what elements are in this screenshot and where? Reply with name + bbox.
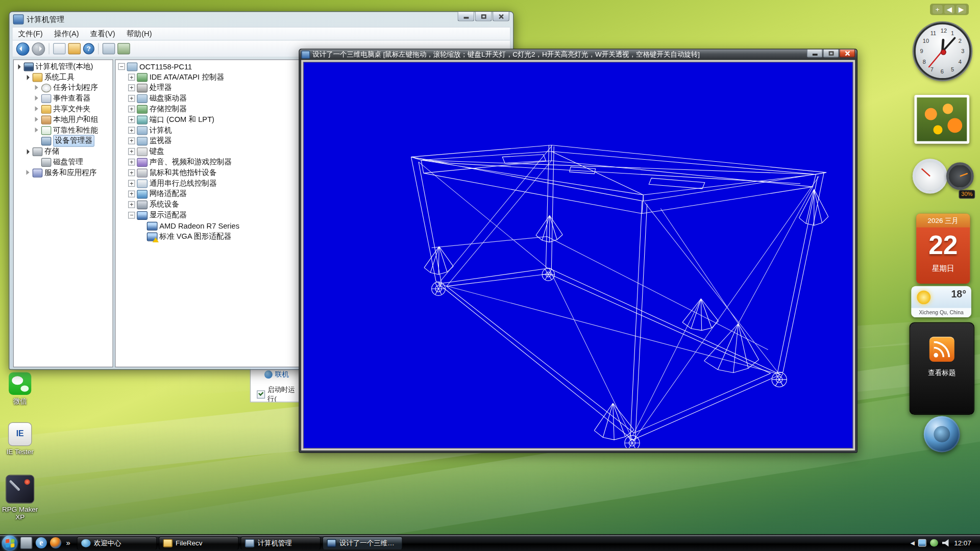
tree-item[interactable]: 共享文件夹 <box>14 104 112 114</box>
expand-plus-icon[interactable]: + <box>128 106 135 112</box>
expand-plus-icon[interactable]: + <box>128 201 135 208</box>
overflow-chevron-icon[interactable]: » <box>64 537 72 548</box>
expander-closed-icon[interactable] <box>34 106 39 112</box>
tree-item[interactable]: 设备管理器 <box>14 136 112 146</box>
calendar-gadget[interactable]: 2026 三月 22 星期日 <box>916 214 970 284</box>
task-scheduler-icon <box>41 83 52 92</box>
expander-closed-icon[interactable] <box>34 85 39 91</box>
minimize-button[interactable] <box>457 12 474 21</box>
expand-plus-icon[interactable]: + <box>128 159 135 165</box>
minimize-button[interactable] <box>807 49 823 58</box>
expander-closed-icon[interactable] <box>34 95 39 101</box>
expander-open-icon[interactable] <box>25 74 31 80</box>
console-window-icon[interactable] <box>103 43 115 54</box>
temperature: 18° <box>951 289 966 300</box>
next-page-button[interactable]: ▶ <box>956 5 966 14</box>
expander-open-icon[interactable] <box>16 64 22 69</box>
title-bar[interactable]: 计算机管理 <box>12 12 510 27</box>
monitor-icon <box>137 137 148 145</box>
start-button[interactable] <box>2 535 18 551</box>
taskbar-button[interactable]: FileRecv <box>159 536 239 549</box>
expand-plus-icon[interactable]: + <box>128 190 135 197</box>
photo-slideshow-gadget[interactable] <box>914 95 969 144</box>
taskbar-button[interactable]: 计算机管理 <box>240 536 321 549</box>
tree-item-label: 共享文件夹 <box>53 104 90 114</box>
volume-tray-icon[interactable] <box>942 539 950 547</box>
wireframe-desk-canvas[interactable] <box>303 62 853 448</box>
clock-gadget[interactable]: 123456789101112 <box>914 22 971 80</box>
taskbar-button-label: FileRecv <box>176 539 202 547</box>
media-sphere-gadget[interactable] <box>924 416 960 453</box>
run-at-startup-label: 启动时运行( <box>267 385 299 402</box>
collapse-minus-icon[interactable]: − <box>118 63 125 70</box>
clock-numeral: 11 <box>930 30 936 36</box>
system-tools-icon <box>33 73 43 82</box>
expand-plus-icon[interactable]: + <box>128 137 135 144</box>
desktop-icon-rpg-maker[interactable]: RPG Maker XP <box>0 475 40 520</box>
desktop-icon-label: 微信 <box>0 397 40 406</box>
tree-item[interactable]: 磁盘管理 <box>14 157 112 167</box>
menu-item[interactable]: 帮助(H) <box>121 27 158 40</box>
welcome-center-window-fragment[interactable]: 联机 启动时运行( <box>250 366 300 403</box>
system-tray: ◀ 12:07 <box>911 539 980 547</box>
show-desktop-icon[interactable] <box>20 537 32 549</box>
desktop-icon-wechat[interactable]: 微信 <box>0 372 40 406</box>
tree-item[interactable]: 事件查看器 <box>14 93 112 104</box>
add-gadget-button[interactable]: + <box>933 5 943 14</box>
expand-plus-icon[interactable]: + <box>128 148 135 155</box>
expander-open-icon[interactable] <box>25 148 31 154</box>
run-at-startup-checkbox[interactable] <box>257 390 265 398</box>
previous-page-button[interactable]: ◀ <box>944 5 954 14</box>
viewer-icon <box>327 539 336 547</box>
tree-item[interactable]: 存储 <box>14 146 112 157</box>
expand-plus-icon[interactable]: + <box>128 180 135 187</box>
tray-chevron-icon[interactable]: ◀ <box>911 540 915 546</box>
tree-item[interactable]: 系统工具 <box>14 72 112 83</box>
feed-gadget-label[interactable]: 查看标题 <box>910 368 974 377</box>
ram-gauge <box>946 162 974 190</box>
ie-icon[interactable]: e <box>36 537 47 548</box>
tree-item[interactable]: 可靠性和性能 <box>14 125 112 136</box>
expand-plus-icon[interactable]: + <box>128 84 135 91</box>
maximize-button[interactable] <box>475 12 492 21</box>
back-icon[interactable] <box>16 42 30 56</box>
forward-icon[interactable] <box>32 42 45 56</box>
cpu-meter-gadget[interactable]: 30% <box>911 158 975 199</box>
help-icon[interactable]: ? <box>83 43 94 54</box>
expand-plus-icon[interactable]: + <box>128 169 135 176</box>
expand-plus-icon[interactable]: + <box>128 127 135 134</box>
expander-closed-icon[interactable] <box>34 117 39 122</box>
taskbar-clock[interactable]: 12:07 <box>954 539 971 547</box>
new-window-icon[interactable] <box>117 43 130 54</box>
online-link[interactable]: 联机 <box>275 370 289 379</box>
close-button[interactable] <box>839 49 855 58</box>
menu-item[interactable]: 文件(F) <box>12 27 48 40</box>
properties-window-icon[interactable] <box>68 43 80 54</box>
tree-item[interactable]: 计算机管理(本地) <box>14 61 112 72</box>
expand-plus-icon[interactable]: + <box>128 73 135 80</box>
tree-item[interactable]: 服务和应用程序 <box>14 167 112 178</box>
show-console-tree-icon[interactable] <box>53 43 65 54</box>
close-button[interactable] <box>493 12 509 21</box>
taskbar-button[interactable]: 设计了一个三维电... <box>323 536 403 549</box>
expander-closed-icon[interactable] <box>34 128 39 133</box>
maximize-button[interactable] <box>823 49 839 58</box>
media-player-icon[interactable] <box>50 537 61 548</box>
desktop-icon-ie-tester[interactable]: IE IE Tester <box>0 422 40 456</box>
expander-closed-icon[interactable] <box>25 170 31 176</box>
console-tree-pane[interactable]: 计算机管理(本地)系统工具任务计划程序事件查看器共享文件夹本地用户和组可靠性和性… <box>13 59 113 367</box>
menu-item[interactable]: 查看(V) <box>85 27 121 40</box>
menu-item[interactable]: 操作(A) <box>48 27 85 40</box>
expand-plus-icon[interactable]: + <box>128 116 135 123</box>
weather-gadget[interactable]: 18° Xicheng Qu, China <box>911 286 971 317</box>
feed-headlines-gadget[interactable]: 查看标题 <box>910 322 974 415</box>
security-tray-icon[interactable] <box>930 539 939 547</box>
tree-item[interactable]: 任务计划程序 <box>14 83 112 93</box>
collapse-minus-icon[interactable]: − <box>128 212 135 218</box>
taskbar-button[interactable]: 欢迎中心 <box>77 536 157 549</box>
device-item-label: 存储控制器 <box>150 104 187 114</box>
title-bar[interactable]: 设计了一个三维电脑桌 [鼠标左键拖动，滚轮缩放；键盘L开关灯，C灯光2，H开关高… <box>300 49 857 60</box>
expand-plus-icon[interactable]: + <box>128 95 135 102</box>
network-tray-icon[interactable] <box>918 539 926 547</box>
tree-item[interactable]: 本地用户和组 <box>14 114 112 125</box>
